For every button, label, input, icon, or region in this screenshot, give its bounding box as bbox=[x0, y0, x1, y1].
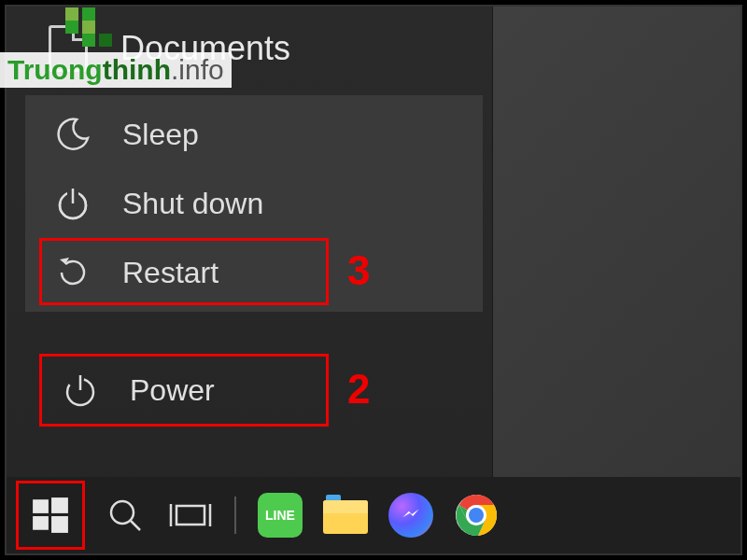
search-icon bbox=[106, 497, 144, 534]
taskbar-divider bbox=[234, 497, 236, 534]
start-button[interactable] bbox=[16, 481, 85, 550]
watermark-logo-icon bbox=[65, 7, 232, 47]
power-icon bbox=[61, 371, 100, 410]
task-view-button[interactable] bbox=[158, 483, 223, 548]
power-button[interactable]: Power bbox=[39, 354, 329, 427]
sleep-label: Sleep bbox=[122, 118, 199, 152]
power-label: Power bbox=[130, 373, 215, 408]
watermark: Truongthinh.info bbox=[0, 7, 232, 88]
watermark-text: Truongthinh.info bbox=[0, 52, 232, 88]
search-button[interactable] bbox=[92, 483, 158, 548]
taskbar: LINE bbox=[7, 477, 740, 553]
restart-menu-item[interactable]: Restart bbox=[25, 238, 483, 307]
task-view-icon bbox=[169, 497, 212, 534]
shutdown-label: Shut down bbox=[122, 187, 263, 221]
sleep-menu-item[interactable]: Sleep bbox=[25, 100, 483, 169]
svg-rect-7 bbox=[51, 497, 68, 513]
windows-logo-icon bbox=[31, 496, 70, 535]
svg-rect-12 bbox=[176, 506, 204, 525]
svg-point-10 bbox=[111, 501, 134, 524]
folder-icon bbox=[323, 495, 368, 536]
line-app-icon: LINE bbox=[258, 493, 303, 538]
power-icon bbox=[53, 184, 92, 223]
chrome-app-button[interactable] bbox=[444, 483, 509, 548]
power-options-flyout: Sleep Shut down bbox=[25, 95, 483, 312]
svg-rect-8 bbox=[33, 516, 49, 530]
shutdown-menu-item[interactable]: Shut down bbox=[25, 169, 483, 238]
svg-rect-6 bbox=[33, 499, 49, 513]
moon-icon bbox=[53, 115, 92, 154]
line-app-button[interactable]: LINE bbox=[247, 483, 313, 548]
svg-line-11 bbox=[131, 521, 140, 530]
file-explorer-button[interactable] bbox=[313, 483, 378, 548]
start-menu-panel: Documents Sleep bbox=[7, 7, 492, 553]
svg-point-17 bbox=[469, 508, 484, 523]
messenger-icon bbox=[388, 493, 433, 538]
svg-rect-9 bbox=[51, 516, 68, 533]
restart-label: Restart bbox=[122, 256, 218, 290]
chrome-icon bbox=[454, 493, 499, 538]
desktop-right-area bbox=[493, 7, 740, 477]
messenger-app-button[interactable] bbox=[378, 483, 444, 548]
restart-icon bbox=[53, 253, 92, 292]
